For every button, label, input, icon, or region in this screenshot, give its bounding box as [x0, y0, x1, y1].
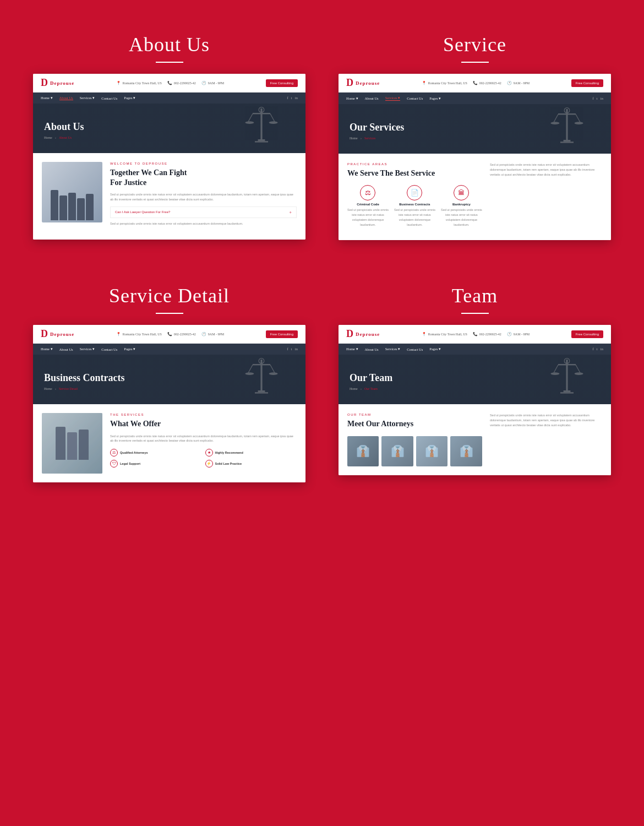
- sd-content-area: THE SERVICES What We Offer Sed ut perspi…: [33, 404, 305, 482]
- s-consulting-btn[interactable]: Free Consulting: [571, 79, 603, 87]
- t-consulting-btn[interactable]: Free Consulting: [571, 330, 603, 338]
- sd-menu-home[interactable]: Home ▾: [41, 347, 53, 351]
- s-menu-services[interactable]: Services ▾: [385, 96, 401, 101]
- s-menu-about[interactable]: About Us: [365, 96, 379, 100]
- breadcrumb-sep: ›: [55, 135, 56, 140]
- social-icons: f t in: [287, 96, 298, 100]
- practice-label: PRACTICE AREAS: [347, 162, 482, 166]
- feature-1: ⚖ Qualified Attorneys: [110, 449, 202, 457]
- bp-1: [56, 427, 66, 460]
- team-contact: 📍 Romania City Town Hall, US 📞 002-22900…: [422, 332, 530, 336]
- feature-4-label: Solid Law Practice: [215, 462, 242, 466]
- service-body: Sed ut perspiciatis onde omnis iste natu…: [490, 162, 602, 177]
- accordion-toggle: +: [289, 210, 292, 215]
- consulting-btn[interactable]: Free Consulting: [266, 79, 298, 87]
- service-detail-section: Service Detail D Deprouse 📍 Romania City…: [33, 284, 305, 482]
- s-fb-icon: f: [592, 96, 593, 101]
- t-menu-home[interactable]: Home ▾: [346, 347, 358, 351]
- svg-line-11: [554, 115, 558, 122]
- t-tw-icon: t: [597, 347, 598, 351]
- svg-line-3: [270, 114, 275, 122]
- service-hero-title: Our Services: [350, 122, 600, 133]
- sd-hours: 🕐 9AM - 9PM: [201, 332, 224, 336]
- team-divider: [461, 313, 489, 314]
- sd-menu-about[interactable]: About Us: [59, 347, 73, 351]
- team-photo-2: 👔: [381, 436, 413, 466]
- s-menu-contact[interactable]: Contact Us: [407, 96, 423, 100]
- service-2-desc: Sed ut perspiciatis unde omnis iste natu…: [394, 208, 435, 227]
- menu-about[interactable]: About Us: [59, 96, 73, 100]
- menu-services[interactable]: Services ▾: [80, 96, 95, 100]
- about-menu: Home ▾ About Us Services ▾ Contact Us Pa…: [33, 93, 305, 104]
- person-1: [51, 190, 58, 220]
- t-menu-about[interactable]: About Us: [365, 347, 379, 351]
- accordion-item[interactable]: Can I Ask Lawyer Question For Free? +: [110, 206, 297, 218]
- logo-letter: D: [41, 77, 48, 89]
- attorney-4-figure: 👔: [450, 436, 482, 466]
- service-3-name: Bankruptcy: [441, 203, 482, 206]
- about-body2: Sed ut perspiciatis unde omnis iste natu…: [110, 221, 297, 226]
- t-phone-icon: 📞: [473, 332, 478, 336]
- sd-breadcrumb: Home › Service Detail: [44, 387, 294, 391]
- t-menu-contact[interactable]: Contact Us: [407, 347, 423, 351]
- s-li-icon: in: [601, 96, 603, 101]
- clock-icon: 🕐: [201, 81, 206, 85]
- linkedin-icon: in: [295, 96, 298, 100]
- sd-li-icon: in: [295, 347, 298, 351]
- people-silhouettes: [42, 180, 102, 222]
- about-heading: Together We Can Fight For Justice: [110, 168, 297, 188]
- service-icon-1: ⚖ Criminal Code Sed ut perspiciatis unde…: [347, 185, 389, 231]
- s-phone-icon: 📞: [473, 81, 478, 85]
- team-hero: Our Team Home › Our Team: [339, 355, 611, 404]
- t-loc-icon: 📍: [422, 332, 427, 336]
- team-left-col: OUR TEAM Meet Our Attorneys 👔 👔: [347, 413, 482, 466]
- service-2-name: Business Contracts: [394, 203, 435, 206]
- business-text: THE SERVICES What We Offer Sed ut perspi…: [110, 413, 297, 474]
- menu-pages[interactable]: Pages ▾: [124, 96, 135, 100]
- heading-line1: Together We Can Fight: [110, 169, 187, 177]
- welcome-label: WELCOME TO DEPROUSE: [110, 162, 297, 165]
- team-body: Sed ut perspiciatis unde omnis iste natu…: [490, 413, 602, 427]
- sd-menu-pages[interactable]: Pages ▾: [124, 347, 135, 351]
- t-menu-pages[interactable]: Pages ▾: [429, 347, 441, 351]
- s-phone: 📞 002-2290025-42: [473, 81, 501, 85]
- sd-consulting-btn[interactable]: Free Consulting: [266, 330, 298, 338]
- service-icons: ⚖ Criminal Code Sed ut perspiciatis unde…: [347, 185, 482, 231]
- criminal-icon: ⚖: [360, 185, 375, 200]
- person-3: [68, 193, 76, 220]
- person-2: [59, 195, 67, 220]
- sd-tw-icon: t: [291, 347, 292, 351]
- menu-contact[interactable]: Contact Us: [101, 96, 117, 100]
- sd-contact: 📍 Romania City Town Hall, US 📞 002-22900…: [116, 332, 224, 336]
- s-loc-text: Romania City Town Hall, US: [428, 81, 467, 85]
- heading-line2: For Justice: [110, 178, 146, 187]
- location-icon: 📍: [116, 81, 121, 85]
- business-img-bg: [42, 413, 102, 474]
- sd-loc-text: Romania City Town Hall, US: [123, 333, 162, 336]
- about-hero: About Us Home › About Us: [33, 104, 305, 153]
- s-menu-pages[interactable]: Pages ▾: [429, 96, 441, 101]
- service-hero: Our Services Home › Services: [339, 104, 611, 154]
- service-divider: [461, 62, 489, 63]
- attorney-1-figure: 👔: [347, 436, 379, 466]
- service-title: Service: [443, 33, 506, 56]
- feature-4: ⚡ Solid Law Practice: [205, 460, 297, 468]
- sd-bc-home: Home: [44, 387, 52, 390]
- t-clock-icon: 🕐: [507, 332, 512, 336]
- menu-home[interactable]: Home ▾: [41, 96, 53, 100]
- sd-phone-icon: 📞: [167, 332, 172, 336]
- service-icon-3: 🏛 Bankruptcy Sed ut perspiciatis unde om…: [441, 185, 482, 231]
- service-preview: D Deprouse 📍 Romania City Town Hall, US …: [339, 74, 611, 240]
- about-image: [42, 162, 102, 222]
- t-fb-icon: f: [592, 347, 593, 351]
- team-photo-1: 👔: [347, 436, 379, 466]
- team-menu: Home ▾ About Us Services ▾ Contact Us Pa…: [339, 344, 611, 355]
- service-icon-2: 📄 Business Contracts Sed ut perspiciatis…: [394, 185, 435, 231]
- s-menu-home[interactable]: Home ▾: [346, 96, 358, 101]
- feature-2-label: Highly Recommend: [215, 451, 243, 455]
- feature-1-label: Qualified Attorneys: [120, 451, 148, 455]
- t-menu-services[interactable]: Services ▾: [385, 347, 401, 351]
- sd-menu-services[interactable]: Services ▾: [80, 347, 95, 351]
- sd-menu-contact[interactable]: Contact Us: [101, 347, 117, 351]
- svg-line-29: [554, 365, 558, 373]
